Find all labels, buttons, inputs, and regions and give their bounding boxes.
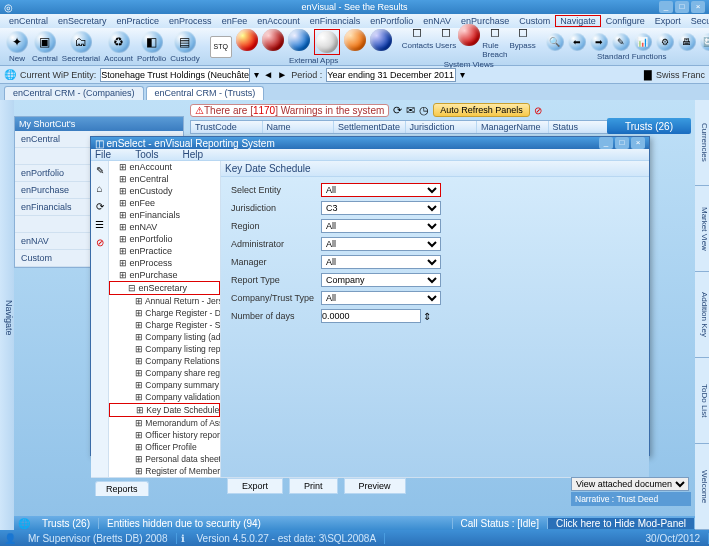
stdfn-icon[interactable]: 🔄 bbox=[700, 33, 709, 51]
tree-node[interactable]: ⊞ enCentral bbox=[109, 173, 220, 185]
warnings-indicator[interactable]: ⚠ There are [1170] Warnings in the syste… bbox=[190, 104, 389, 117]
menu-export[interactable]: Export bbox=[650, 16, 686, 26]
tree-leaf[interactable]: ⊞ Officer Profile bbox=[109, 441, 220, 453]
form-select-administrator[interactable]: All bbox=[321, 237, 441, 251]
grid-col-managername[interactable]: ManagerName bbox=[477, 121, 549, 133]
app1-icon[interactable] bbox=[236, 29, 258, 51]
menu-encentral[interactable]: enCentral bbox=[4, 16, 53, 26]
modal-menu-help[interactable]: Help bbox=[182, 149, 203, 160]
tree-leaf[interactable]: ⊞ Company Relationships bbox=[109, 355, 220, 367]
right-tab-welcome[interactable]: Welcome bbox=[695, 444, 709, 530]
close-button[interactable]: × bbox=[691, 1, 705, 13]
app2-icon[interactable] bbox=[262, 29, 284, 51]
nav-prev-icon[interactable]: ◄ bbox=[263, 69, 273, 80]
tree-node[interactable]: ⊞ enPurchase bbox=[109, 269, 220, 281]
menu-enfinancials[interactable]: enFinancials bbox=[305, 16, 366, 26]
form-select-company/trust-type[interactable]: All bbox=[321, 291, 441, 305]
menu-enpractice[interactable]: enPractice bbox=[112, 16, 165, 26]
stdfn-icon[interactable]: 📊 bbox=[634, 33, 652, 51]
tree-node[interactable]: ⊞ enFee bbox=[109, 197, 220, 209]
right-tab-market-view[interactable]: Market View bbox=[695, 186, 709, 272]
stq-icon[interactable]: STQ bbox=[210, 36, 232, 58]
tb-central[interactable]: ▣Central bbox=[32, 31, 58, 63]
side-icon[interactable]: ⊘ bbox=[94, 237, 106, 249]
app3-icon[interactable] bbox=[288, 29, 310, 51]
tree-leaf[interactable]: ⊞ Memorandum of Association bbox=[109, 417, 220, 429]
main-tab[interactable]: enCentral CRM - (Trusts) bbox=[146, 86, 265, 100]
central-icon[interactable]: ▣ bbox=[34, 31, 56, 53]
tree-node[interactable]: ⊞ enFinancials bbox=[109, 209, 220, 221]
tree-leaf[interactable]: ⊞ Company summary report bbox=[109, 379, 220, 391]
right-tab-todo-list[interactable]: ToDo List bbox=[695, 358, 709, 444]
modal-menu-file[interactable]: File bbox=[95, 149, 111, 160]
grid-col-settlementdate[interactable]: SettlementDate bbox=[334, 121, 406, 133]
stdfn-icon[interactable]: 🖶 bbox=[678, 33, 696, 51]
form-input-number-of-days[interactable] bbox=[321, 309, 421, 323]
report-tree[interactable]: ⊞ enAccount⊞ enCentral⊞ enCustody⊞ enFee… bbox=[109, 161, 221, 477]
print-button[interactable]: Print bbox=[289, 478, 338, 494]
preview-button[interactable]: Preview bbox=[344, 478, 406, 494]
dropdown-icon[interactable]: ▾ bbox=[460, 69, 465, 80]
sysview-Users-icon[interactable]: ◻ bbox=[438, 24, 454, 40]
modal-close-button[interactable]: × bbox=[631, 137, 645, 149]
tool-icon[interactable]: ✉ bbox=[406, 104, 415, 117]
main-tab[interactable]: enCentral CRM - (Companies) bbox=[4, 86, 144, 100]
menu-navigate[interactable]: Navigate bbox=[555, 15, 601, 27]
side-icon[interactable]: ⌂ bbox=[94, 183, 106, 195]
tree-leaf[interactable]: ⊞ Key Date Schedule bbox=[109, 403, 220, 417]
minimize-button[interactable]: _ bbox=[659, 1, 673, 13]
tree-node[interactable]: ⊞ enPractice bbox=[109, 245, 220, 257]
stdfn-icon[interactable]: 🔍 bbox=[546, 33, 564, 51]
tree-leaf[interactable]: ⊞ Charge Register - Summary bbox=[109, 319, 220, 331]
tb-portfolio[interactable]: ◧Portfolio bbox=[137, 31, 166, 63]
export-button[interactable]: Export bbox=[227, 478, 283, 494]
custody-icon[interactable]: ▤ bbox=[174, 31, 196, 53]
hide-modpanel-link[interactable]: Click here to Hide Mod-Panel bbox=[548, 518, 695, 529]
app4-icon[interactable] bbox=[316, 31, 338, 53]
form-select-report-type[interactable]: Company bbox=[321, 273, 441, 287]
side-icon[interactable]: ✎ bbox=[94, 165, 106, 177]
account-icon[interactable]: ♻ bbox=[108, 31, 130, 53]
tb-new[interactable]: ✦New bbox=[6, 31, 28, 63]
nav-next-icon[interactable]: ► bbox=[277, 69, 287, 80]
side-icon[interactable]: ☰ bbox=[94, 219, 106, 231]
modal-menu-tools[interactable]: Tools bbox=[135, 149, 158, 160]
menu-configure[interactable]: Configure bbox=[601, 16, 650, 26]
menu-enaccount[interactable]: enAccount bbox=[252, 16, 305, 26]
tree-node[interactable]: ⊞ enAccount bbox=[109, 161, 220, 173]
app6-icon[interactable] bbox=[370, 29, 392, 51]
portfolio-icon[interactable]: ◧ bbox=[141, 31, 163, 53]
stdfn-icon[interactable]: ⚙ bbox=[656, 33, 674, 51]
wip-entity-input[interactable] bbox=[100, 68, 250, 82]
right-tab-addition-key[interactable]: Addition Key bbox=[695, 272, 709, 358]
tree-leaf[interactable]: ⊞ Annual Return - Jersey bbox=[109, 295, 220, 307]
stdfn-icon[interactable]: ⬅ bbox=[568, 33, 586, 51]
tb-account[interactable]: ♻Account bbox=[104, 31, 133, 63]
tb-custody[interactable]: ▤Custody bbox=[170, 31, 199, 63]
form-select-region[interactable]: All bbox=[321, 219, 441, 233]
menu-enfee[interactable]: enFee bbox=[217, 16, 253, 26]
grid-col-trustcode[interactable]: TrustCode bbox=[191, 121, 263, 133]
tree-leaf[interactable]: ⊞ Company listing report bbox=[109, 343, 220, 355]
sysview-Bypass-icon[interactable]: ◻ bbox=[515, 24, 531, 40]
auto-refresh-button[interactable]: Auto Refresh Panels bbox=[433, 103, 530, 117]
form-select-manager[interactable]: All bbox=[321, 255, 441, 269]
menu-security[interactable]: Security bbox=[686, 16, 709, 26]
stdfn-icon[interactable]: ➡ bbox=[590, 33, 608, 51]
right-tab-currencies[interactable]: Currencies bbox=[695, 100, 709, 186]
new-icon[interactable]: ✦ bbox=[6, 31, 28, 53]
sysview-Rule Breach-icon[interactable]: ◻ bbox=[487, 24, 503, 40]
period-input[interactable] bbox=[326, 68, 456, 82]
tool-icon[interactable]: ⟳ bbox=[393, 104, 402, 117]
stdfn-icon[interactable]: ✎ bbox=[612, 33, 630, 51]
grid-col-name[interactable]: Name bbox=[263, 121, 335, 133]
secretarial-icon[interactable]: 🗂 bbox=[70, 31, 92, 53]
tree-node[interactable]: ⊞ enPortfolio bbox=[109, 233, 220, 245]
tree-leaf[interactable]: ⊞ Register of Members bbox=[109, 465, 220, 477]
form-select-select-entity[interactable]: All bbox=[321, 183, 441, 197]
app5-icon[interactable] bbox=[344, 29, 366, 51]
tree-leaf[interactable]: ⊞ Company validation report bbox=[109, 391, 220, 403]
tool-icon[interactable]: ◷ bbox=[419, 104, 429, 117]
reports-tab[interactable]: Reports bbox=[95, 481, 149, 496]
side-icon[interactable]: ⟳ bbox=[94, 201, 106, 213]
